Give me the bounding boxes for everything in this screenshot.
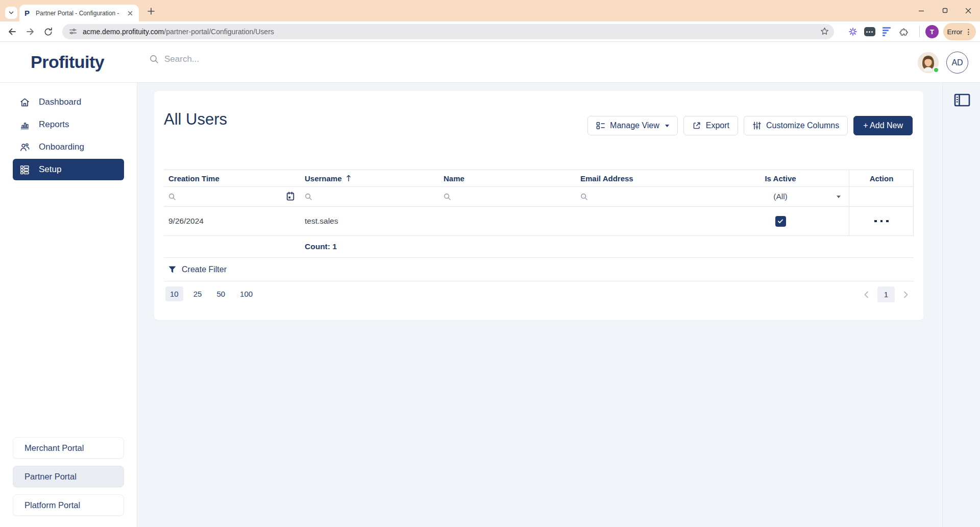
tab-search-button[interactable] — [5, 7, 17, 19]
site-settings-icon — [68, 27, 78, 36]
filter-is-active: (All) — [712, 187, 849, 206]
is-active-checkbox[interactable] — [775, 216, 786, 227]
cell-name — [439, 207, 576, 235]
global-search — [149, 54, 328, 64]
export-button[interactable]: Export — [683, 116, 738, 135]
address-bar[interactable]: acme.demo.profituity.com/partner-portal/… — [62, 24, 834, 39]
users-table: Creation Time Username Name Email Addres… — [164, 170, 914, 320]
filter-action — [849, 187, 914, 206]
column-header-action: Action — [849, 170, 914, 186]
sidebar-item-dashboard[interactable]: Dashboard — [13, 91, 124, 113]
minimize-button[interactable] — [910, 0, 933, 21]
url-path: /partner-portal/Configuration/Users — [164, 28, 274, 36]
app-body: Dashboard Reports Onboarding — [0, 83, 980, 527]
row-count: Count: 1 — [300, 242, 439, 251]
platform-portal-button[interactable]: Platform Portal — [13, 494, 124, 516]
pager: 1 — [863, 286, 910, 302]
kebab-menu-icon: ⋮ — [965, 28, 972, 35]
page-size-25[interactable]: 25 — [189, 286, 207, 301]
portal-label: Platform Portal — [24, 500, 80, 510]
cell-action — [849, 207, 914, 235]
list-settings-icon — [19, 164, 30, 175]
tab-close-icon[interactable] — [127, 10, 134, 17]
create-filter-button[interactable]: Create Filter — [164, 258, 914, 281]
back-button[interactable] — [6, 26, 18, 38]
extension-filter-icon[interactable] — [880, 26, 893, 38]
create-filter-label: Create Filter — [182, 265, 227, 274]
new-tab-button[interactable] — [145, 5, 157, 17]
filter-username[interactable] — [300, 187, 439, 206]
partner-portal-button[interactable]: Partner Portal — [13, 466, 124, 487]
row-actions-button[interactable] — [874, 220, 889, 223]
sidebar-toggle-icon — [953, 92, 971, 108]
column-header-name[interactable]: Name — [439, 170, 576, 186]
extension-chat-icon[interactable] — [864, 26, 876, 38]
window-controls — [910, 0, 980, 21]
account-badge[interactable]: AD — [946, 52, 968, 74]
is-active-select[interactable]: (All) — [712, 187, 849, 206]
tab-favicon: P — [24, 9, 34, 17]
table-row[interactable]: 9/26/2024 test.sales — [164, 207, 914, 236]
extensions-pill — [840, 23, 916, 40]
url-domain: acme.demo.profituity.com — [83, 28, 164, 36]
table-header-row: Creation Time Username Name Email Addres… — [164, 170, 914, 187]
extension-burst-icon[interactable] — [847, 26, 859, 38]
browser-tab-active[interactable]: P Partner Portal - Configuration - — [19, 5, 139, 21]
close-window-button[interactable] — [957, 0, 980, 21]
cell-creation-time: 9/26/2024 — [164, 207, 300, 235]
search-icon — [580, 193, 588, 201]
search-icon — [149, 54, 159, 64]
reload-button[interactable] — [42, 26, 54, 38]
prev-page-icon[interactable] — [863, 291, 871, 299]
current-page[interactable]: 1 — [877, 286, 895, 302]
filter-email[interactable] — [576, 187, 712, 206]
column-header-creation-time[interactable]: Creation Time — [164, 170, 300, 186]
filter-creation-time[interactable] — [164, 187, 300, 206]
portal-label: Partner Portal — [24, 472, 77, 482]
pager-row: 10 25 50 100 1 — [164, 281, 914, 320]
sidebar-item-onboarding[interactable]: Onboarding — [13, 136, 124, 158]
profituity-logo[interactable]: Profituity — [31, 52, 104, 72]
check-icon — [777, 218, 784, 225]
online-status-dot — [933, 67, 939, 73]
manage-view-button[interactable]: Manage View — [587, 116, 678, 135]
export-icon — [692, 121, 701, 130]
add-new-label: + Add New — [863, 121, 903, 130]
search-icon — [444, 193, 451, 201]
search-icon — [305, 193, 312, 201]
page-size-10[interactable]: 10 — [165, 286, 183, 301]
filter-name[interactable] — [439, 187, 576, 206]
forward-button[interactable] — [24, 26, 36, 38]
maximize-button[interactable] — [933, 0, 957, 21]
bookmark-star-icon[interactable] — [820, 27, 829, 36]
page-size-50[interactable]: 50 — [212, 286, 230, 301]
column-header-username[interactable]: Username — [300, 170, 439, 186]
chevron-down-icon — [665, 125, 669, 127]
bar-chart-icon — [19, 119, 30, 130]
page-size-100[interactable]: 100 — [235, 286, 257, 301]
browser-toolbar: acme.demo.profituity.com/partner-portal/… — [0, 21, 980, 42]
calendar-icon[interactable] — [286, 191, 295, 201]
column-header-is-active[interactable]: Is Active — [712, 170, 849, 186]
add-new-button[interactable]: + Add New — [853, 116, 913, 135]
toolbar-actions: Manage View Export — [587, 116, 913, 135]
sidebar-item-reports[interactable]: Reports — [13, 114, 124, 135]
next-page-icon[interactable] — [901, 291, 910, 299]
sidebar-item-label: Onboarding — [39, 142, 84, 152]
sidebar-nav: Dashboard Reports Onboarding — [13, 91, 124, 181]
column-header-email[interactable]: Email Address — [576, 170, 712, 186]
portal-label: Merchant Portal — [24, 443, 84, 453]
panel-toggle-button[interactable] — [953, 92, 971, 108]
extensions-puzzle-icon[interactable] — [897, 26, 910, 38]
customize-columns-button[interactable]: Customize Columns — [744, 116, 848, 135]
browser-profile-button[interactable]: T — [925, 25, 939, 38]
sidebar-item-label: Reports — [39, 119, 69, 130]
view-grid-icon — [596, 121, 605, 130]
sidebar-item-setup[interactable]: Setup — [13, 159, 124, 180]
chevron-down-icon — [8, 10, 14, 16]
chevron-down-icon — [837, 196, 841, 198]
error-menu-button[interactable]: Error ⋮ — [943, 23, 976, 40]
merchant-portal-button[interactable]: Merchant Portal — [13, 437, 124, 459]
url-text: acme.demo.profituity.com/partner-portal/… — [83, 28, 274, 36]
search-input[interactable] — [164, 54, 328, 64]
